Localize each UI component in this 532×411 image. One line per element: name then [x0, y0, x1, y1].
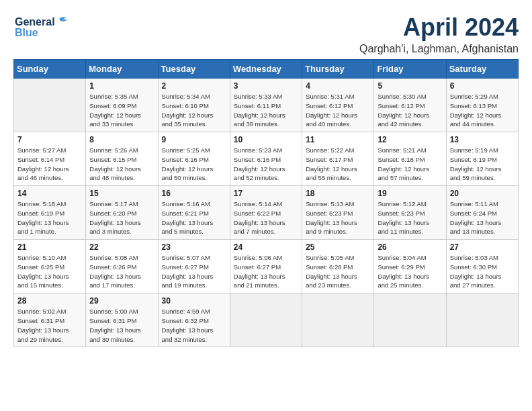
- calendar-cell: 19Sunrise: 5:12 AMSunset: 6:23 PMDayligh…: [374, 186, 446, 240]
- day-info: Sunrise: 5:25 AMSunset: 6:16 PMDaylight:…: [162, 146, 226, 183]
- day-number: 18: [306, 189, 370, 198]
- week-row-3: 14Sunrise: 5:18 AMSunset: 6:19 PMDayligh…: [14, 186, 519, 240]
- day-number: 15: [89, 189, 154, 198]
- day-number: 29: [89, 296, 154, 306]
- calendar-cell: [302, 293, 374, 347]
- day-info: Sunrise: 5:07 AMSunset: 6:27 PMDaylight:…: [162, 253, 226, 290]
- col-header-saturday: Saturday: [446, 60, 518, 79]
- calendar-cell: 10Sunrise: 5:23 AMSunset: 6:16 PMDayligh…: [230, 132, 302, 186]
- day-info: Sunrise: 5:18 AMSunset: 6:19 PMDaylight:…: [17, 199, 82, 236]
- day-number: 17: [234, 189, 298, 198]
- day-number: 28: [17, 296, 82, 306]
- day-info: Sunrise: 5:26 AMSunset: 6:15 PMDaylight:…: [89, 146, 154, 183]
- day-info: Sunrise: 4:59 AMSunset: 6:32 PMDaylight:…: [162, 307, 226, 344]
- week-row-2: 7Sunrise: 5:27 AMSunset: 6:14 PMDaylight…: [14, 132, 519, 186]
- day-info: Sunrise: 5:02 AMSunset: 6:31 PMDaylight:…: [17, 307, 82, 344]
- day-info: Sunrise: 5:23 AMSunset: 6:16 PMDaylight:…: [234, 146, 298, 183]
- day-number: 12: [378, 135, 442, 144]
- day-info: Sunrise: 5:13 AMSunset: 6:23 PMDaylight:…: [306, 199, 370, 236]
- day-info: Sunrise: 5:30 AMSunset: 6:12 PMDaylight:…: [378, 92, 442, 129]
- calendar-cell: 29Sunrise: 5:00 AMSunset: 6:31 PMDayligh…: [86, 293, 158, 347]
- week-row-4: 21Sunrise: 5:10 AMSunset: 6:25 PMDayligh…: [14, 240, 519, 293]
- calendar-cell: 12Sunrise: 5:21 AMSunset: 6:18 PMDayligh…: [374, 132, 446, 186]
- col-header-thursday: Thursday: [302, 60, 374, 79]
- day-number: 2: [162, 81, 226, 91]
- day-info: Sunrise: 5:06 AMSunset: 6:27 PMDaylight:…: [234, 253, 298, 290]
- calendar-cell: [14, 79, 86, 132]
- day-number: 25: [306, 242, 370, 252]
- day-number: 30: [162, 296, 226, 306]
- day-info: Sunrise: 5:33 AMSunset: 6:11 PMDaylight:…: [234, 92, 298, 129]
- calendar-cell: 3Sunrise: 5:33 AMSunset: 6:11 PMDaylight…: [230, 79, 302, 132]
- day-info: Sunrise: 5:22 AMSunset: 6:17 PMDaylight:…: [306, 146, 370, 183]
- calendar-cell: 18Sunrise: 5:13 AMSunset: 6:23 PMDayligh…: [302, 186, 374, 240]
- location-title: Qarghah'i, Laghman, Afghanistan: [359, 43, 519, 55]
- day-info: Sunrise: 5:04 AMSunset: 6:29 PMDaylight:…: [378, 253, 442, 290]
- day-info: Sunrise: 5:12 AMSunset: 6:23 PMDaylight:…: [378, 199, 442, 236]
- svg-text:Blue: Blue: [15, 27, 38, 38]
- day-number: 26: [378, 242, 442, 252]
- day-number: 7: [17, 135, 82, 144]
- day-info: Sunrise: 5:10 AMSunset: 6:25 PMDaylight:…: [17, 253, 82, 290]
- calendar-table: SundayMondayTuesdayWednesdayThursdayFrid…: [13, 59, 519, 347]
- calendar-cell: 24Sunrise: 5:06 AMSunset: 6:27 PMDayligh…: [230, 240, 302, 293]
- header: General Blue April 2024 Qarghah'i, Laghm…: [13, 13, 519, 55]
- calendar-cell: 11Sunrise: 5:22 AMSunset: 6:17 PMDayligh…: [302, 132, 374, 186]
- col-header-friday: Friday: [374, 60, 446, 79]
- day-info: Sunrise: 5:08 AMSunset: 6:26 PMDaylight:…: [89, 253, 154, 290]
- calendar-cell: 23Sunrise: 5:07 AMSunset: 6:27 PMDayligh…: [158, 240, 230, 293]
- calendar-cell: 22Sunrise: 5:08 AMSunset: 6:26 PMDayligh…: [86, 240, 158, 293]
- calendar-cell: 1Sunrise: 5:35 AMSunset: 6:09 PMDaylight…: [86, 79, 158, 132]
- logo-svg: General Blue: [13, 13, 74, 40]
- day-number: 24: [234, 242, 298, 252]
- calendar-cell: 20Sunrise: 5:11 AMSunset: 6:24 PMDayligh…: [446, 186, 518, 240]
- day-number: 11: [306, 135, 370, 144]
- day-info: Sunrise: 5:11 AMSunset: 6:24 PMDaylight:…: [450, 199, 515, 236]
- calendar-cell: 27Sunrise: 5:03 AMSunset: 6:30 PMDayligh…: [446, 240, 518, 293]
- day-info: Sunrise: 5:21 AMSunset: 6:18 PMDaylight:…: [378, 146, 442, 183]
- day-number: 3: [234, 81, 298, 91]
- day-number: 22: [89, 242, 154, 252]
- calendar-cell: 14Sunrise: 5:18 AMSunset: 6:19 PMDayligh…: [14, 186, 86, 240]
- calendar-cell: 25Sunrise: 5:05 AMSunset: 6:28 PMDayligh…: [302, 240, 374, 293]
- day-number: 14: [17, 189, 82, 198]
- day-number: 27: [450, 242, 515, 252]
- day-info: Sunrise: 5:29 AMSunset: 6:13 PMDaylight:…: [450, 92, 515, 129]
- calendar-cell: 16Sunrise: 5:16 AMSunset: 6:21 PMDayligh…: [158, 186, 230, 240]
- calendar-cell: 6Sunrise: 5:29 AMSunset: 6:13 PMDaylight…: [446, 79, 518, 132]
- day-info: Sunrise: 5:00 AMSunset: 6:31 PMDaylight:…: [89, 307, 154, 344]
- day-number: 21: [17, 242, 82, 252]
- day-info: Sunrise: 5:17 AMSunset: 6:20 PMDaylight:…: [89, 199, 154, 236]
- header-row: SundayMondayTuesdayWednesdayThursdayFrid…: [14, 60, 519, 79]
- calendar-cell: 4Sunrise: 5:31 AMSunset: 6:12 PMDaylight…: [302, 79, 374, 132]
- day-number: 5: [378, 81, 442, 91]
- day-number: 1: [89, 81, 154, 91]
- calendar-cell: 30Sunrise: 4:59 AMSunset: 6:32 PMDayligh…: [158, 293, 230, 347]
- month-title: April 2024: [359, 13, 519, 42]
- col-header-sunday: Sunday: [14, 60, 86, 79]
- day-number: 13: [450, 135, 515, 144]
- calendar-cell: 17Sunrise: 5:14 AMSunset: 6:22 PMDayligh…: [230, 186, 302, 240]
- week-row-1: 1Sunrise: 5:35 AMSunset: 6:09 PMDaylight…: [14, 79, 519, 132]
- logo: General Blue: [13, 13, 74, 40]
- calendar-cell: 8Sunrise: 5:26 AMSunset: 6:15 PMDaylight…: [86, 132, 158, 186]
- day-info: Sunrise: 5:05 AMSunset: 6:28 PMDaylight:…: [306, 253, 370, 290]
- col-header-monday: Monday: [86, 60, 158, 79]
- calendar-cell: 2Sunrise: 5:34 AMSunset: 6:10 PMDaylight…: [158, 79, 230, 132]
- day-number: 9: [162, 135, 226, 144]
- day-info: Sunrise: 5:19 AMSunset: 6:19 PMDaylight:…: [450, 146, 515, 183]
- col-header-tuesday: Tuesday: [158, 60, 230, 79]
- calendar-cell: [230, 293, 302, 347]
- day-info: Sunrise: 5:35 AMSunset: 6:09 PMDaylight:…: [89, 92, 154, 129]
- calendar-cell: [446, 293, 518, 347]
- calendar-cell: 13Sunrise: 5:19 AMSunset: 6:19 PMDayligh…: [446, 132, 518, 186]
- day-number: 20: [450, 189, 515, 198]
- day-info: Sunrise: 5:03 AMSunset: 6:30 PMDaylight:…: [450, 253, 515, 290]
- day-number: 6: [450, 81, 515, 91]
- calendar-cell: 28Sunrise: 5:02 AMSunset: 6:31 PMDayligh…: [14, 293, 86, 347]
- day-number: 19: [378, 189, 442, 198]
- calendar-cell: 7Sunrise: 5:27 AMSunset: 6:14 PMDaylight…: [14, 132, 86, 186]
- day-info: Sunrise: 5:31 AMSunset: 6:12 PMDaylight:…: [306, 92, 370, 129]
- day-info: Sunrise: 5:27 AMSunset: 6:14 PMDaylight:…: [17, 146, 82, 183]
- svg-text:General: General: [15, 16, 55, 28]
